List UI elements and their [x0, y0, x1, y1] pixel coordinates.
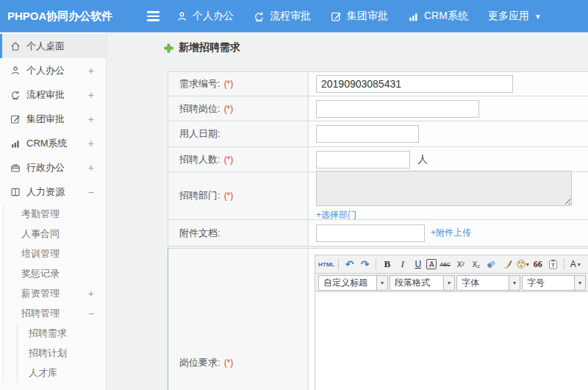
- sidebar-item-salary-mgmt[interactable]: 薪资管理 +: [4, 283, 106, 303]
- sidebar-item-personal-desktop[interactable]: 个人桌面: [0, 34, 106, 58]
- sidebar-item-training-mgmt[interactable]: 培训管理: [4, 244, 106, 263]
- select-department-link[interactable]: +选择部门: [316, 209, 356, 221]
- nav-more-apps[interactable]: 更多应用 ▾: [488, 10, 540, 23]
- edit-square-icon: [331, 11, 342, 22]
- nav-label: 个人办公: [193, 10, 234, 23]
- caret-down-icon: ▾: [536, 12, 540, 21]
- sidebar-item-label: 集团审批: [26, 113, 65, 126]
- redo-icon[interactable]: ↷: [358, 258, 372, 272]
- menu-toggle-icon[interactable]: [147, 11, 159, 24]
- attachment-input[interactable]: [316, 224, 425, 242]
- sidebar-item-admin-office[interactable]: 行政办公 +: [0, 155, 106, 180]
- form-row-position: 招聘岗位: (*): [168, 96, 588, 121]
- caret-down-icon: ▾: [574, 276, 585, 290]
- field-label: 附件文档:: [179, 227, 220, 240]
- form-row-hire-date: 用人日期:: [168, 121, 588, 147]
- position-input[interactable]: [316, 100, 479, 118]
- rich-text-editor: HTML ↶ ↷ B I U A ABC X² X₂: [315, 255, 588, 390]
- form-row-department: 招聘部门: (*) +选择部门: [168, 172, 588, 220]
- bold-button[interactable]: B: [380, 258, 394, 272]
- paste-icon[interactable]: T: [546, 258, 560, 272]
- sidebar-item-workflow-approval[interactable]: 流程审批 +: [0, 82, 106, 107]
- source-code-button[interactable]: HTML: [318, 258, 334, 272]
- sidebar-item-recruit-demand[interactable]: 招聘需求: [18, 323, 106, 343]
- top-nav-menu: 个人办公 流程审批 集团审批 CRM系统 更多应用 ▾: [176, 0, 539, 32]
- top-navbar: PHPOA协同办公软件 个人办公 流程审批 集团审批 CRM系统 更多应用 ▾: [0, 0, 588, 32]
- attachment-upload-link[interactable]: +附件上传: [431, 227, 471, 239]
- expand-toggle[interactable]: +: [88, 138, 94, 149]
- sidebar-item-human-resources[interactable]: 人力资源 −: [0, 180, 106, 204]
- sidebar-item-label: 个人桌面: [26, 40, 65, 53]
- sidebar-item-crm-system[interactable]: CRM系统 +: [0, 131, 106, 155]
- field-label: 招聘人数:: [179, 153, 220, 166]
- nav-personal-office[interactable]: 个人办公: [176, 10, 234, 23]
- sidebar-item-group-approval[interactable]: 集团审批 +: [0, 107, 106, 131]
- collapse-toggle[interactable]: −: [88, 186, 94, 198]
- edit-square-icon: [10, 114, 21, 124]
- expand-toggle[interactable]: +: [88, 162, 94, 174]
- strikethrough-button[interactable]: ABC: [438, 258, 452, 272]
- page-title-text: 新增招聘需求: [179, 41, 240, 54]
- required-mark: (*): [224, 79, 234, 89]
- user-icon: [10, 65, 21, 76]
- expand-toggle[interactable]: +: [88, 89, 94, 101]
- underline-button[interactable]: U: [411, 258, 425, 272]
- highlight-color-button[interactable]: a: [584, 258, 588, 272]
- dropdown-value: 字号: [523, 276, 574, 290]
- sidebar-item-label: 考勤管理: [21, 208, 60, 221]
- field-label: 需求编号:: [179, 77, 220, 91]
- font-family-dropdown[interactable]: 字体 ▾: [456, 275, 520, 291]
- required-mark: (*): [224, 104, 234, 114]
- caret-down-icon: ▾: [443, 276, 454, 290]
- expand-toggle[interactable]: +: [88, 113, 94, 125]
- expand-toggle[interactable]: +: [88, 65, 94, 77]
- nav-crm-system[interactable]: CRM系统: [408, 10, 468, 23]
- sidebar-item-recruit-mgmt[interactable]: 招聘管理 −: [4, 303, 106, 323]
- main-content: 新增招聘需求 需求编号: (*) 招聘岗位: (*) 用人日期:: [107, 32, 588, 390]
- user-icon: [176, 11, 187, 22]
- sidebar-item-hr-contract[interactable]: 人事合同: [4, 224, 106, 244]
- sidebar-item-personal-office[interactable]: 个人办公 +: [0, 58, 106, 82]
- subscript-button[interactable]: X₂: [469, 258, 483, 272]
- unit-label: 人: [417, 153, 428, 166]
- hire-date-input[interactable]: [316, 125, 419, 143]
- nav-label: 更多应用: [488, 10, 529, 23]
- add-plus-icon: [164, 43, 173, 53]
- eraser-icon[interactable]: [484, 258, 498, 272]
- dropdown-value: 字体: [457, 276, 509, 290]
- headcount-input[interactable]: [316, 151, 410, 169]
- collapse-toggle[interactable]: −: [88, 308, 94, 319]
- caret-down-icon: ▾: [509, 276, 520, 290]
- blockquote-button[interactable]: 66: [531, 258, 545, 272]
- format-brush-icon[interactable]: [500, 258, 514, 272]
- caret-down-icon: ▾: [578, 261, 581, 268]
- department-textarea[interactable]: [316, 171, 572, 206]
- editor-toolbar-row1: HTML ↶ ↷ B I U A ABC X² X₂: [315, 255, 588, 274]
- font-style-button[interactable]: A: [426, 259, 437, 269]
- sidebar-item-label: 人才库: [29, 366, 57, 380]
- nav-workflow-approval[interactable]: 流程审批: [254, 10, 311, 23]
- field-label: 用人日期:: [179, 127, 220, 141]
- custom-heading-dropdown[interactable]: 自定义标题 ▾: [318, 275, 388, 291]
- recruitment-form: 需求编号: (*) 招聘岗位: (*) 用人日期:: [168, 71, 588, 247]
- sidebar-item-attendance-mgmt[interactable]: 考勤管理: [4, 204, 106, 224]
- nav-group-approval[interactable]: 集团审批: [331, 10, 388, 23]
- sidebar-item-reward-punishment[interactable]: 奖惩记录: [4, 263, 106, 283]
- font-color-button[interactable]: A ▾: [568, 258, 582, 272]
- toolbar-separator: [376, 258, 376, 270]
- demand-no-input[interactable]: [316, 75, 513, 93]
- sidebar-item-label: 行政办公: [26, 161, 65, 174]
- editor-content-area[interactable]: [315, 292, 588, 390]
- sidebar-item-recruit-plan[interactable]: 招聘计划: [18, 343, 106, 363]
- color-palette-icon[interactable]: ▾: [515, 258, 529, 272]
- sidebar-item-label: 人力资源: [26, 185, 65, 199]
- paragraph-format-dropdown[interactable]: 段落格式 ▾: [390, 275, 455, 291]
- superscript-button[interactable]: X²: [453, 258, 467, 272]
- font-size-dropdown[interactable]: 字号 ▾: [522, 275, 586, 291]
- undo-icon[interactable]: ↶: [343, 258, 356, 272]
- italic-button[interactable]: I: [395, 258, 409, 272]
- bar-chart-icon: [408, 11, 419, 22]
- toolbar-separator: [564, 258, 564, 270]
- expand-toggle[interactable]: +: [88, 288, 94, 299]
- sidebar-item-talent-pool[interactable]: 人才库: [18, 363, 106, 383]
